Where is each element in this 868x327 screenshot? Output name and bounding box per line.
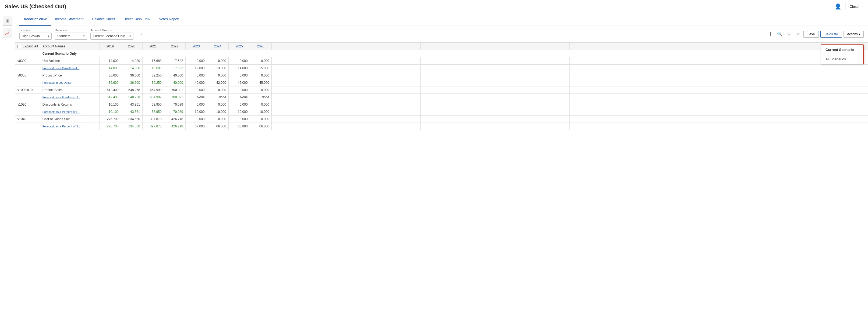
title-bar: Sales US (Checked Out) 👤 Close (0, 0, 868, 13)
filter-icon-button[interactable]: ▽ (785, 30, 793, 38)
account-discounts: Discounts & Returns (40, 101, 99, 108)
scenario-arrow-icon: ▾ (48, 34, 49, 38)
col-header-id: Expand All (16, 43, 40, 50)
table-row-forecast: Forecast: in US Dollar 36.600 36.600 39.… (16, 79, 868, 86)
dropdown-item-current-scenario[interactable]: Current Scenario (821, 45, 863, 54)
actions-dropdown: Current Scenario All Scenarios (821, 45, 864, 64)
section-header-title: Current Scenario Only (40, 50, 868, 57)
row-id-v0305: v0305 (16, 72, 40, 79)
account-groups-select[interactable]: Current Scenario Only ▾ (90, 33, 133, 39)
forecast-link-v1000: Forecast: as a Freeform: U... (40, 94, 99, 101)
scenario-value: High Growth (22, 34, 40, 38)
val-v0300-2023: 0.000 (185, 57, 207, 65)
content-area: Account View Income Statement Balance Sh… (15, 13, 868, 326)
account-cogs: Cost of Goods Sold (40, 115, 99, 123)
tab-bar: Account View Income Statement Balance Sh… (15, 13, 868, 26)
account-unit-volume: Unit Volume (40, 57, 99, 65)
account-product-sales: Product Sales (40, 86, 99, 94)
table-row-forecast: Forecast: as a Percent of F... 10.100 43… (16, 108, 868, 115)
forecast-link-v1040: Forecast: as a Percent of S... (40, 123, 99, 130)
year-link-2023[interactable]: 2023 (193, 45, 200, 48)
row-id-v1000: v1000:010 (16, 86, 40, 94)
page-title: Sales US (Checked Out) (5, 3, 66, 10)
close-button[interactable]: Close (845, 3, 863, 10)
dataview-select[interactable]: Standard ▾ (55, 33, 87, 39)
toolbar-right: ℹ 🔍 ▽ ☆ Save Calculate Actions ▾ Current… (767, 30, 864, 38)
forecast-link-v1020: Forecast: as a Percent of F... (40, 108, 99, 115)
val-v0300-2026: 0.000 (250, 57, 271, 65)
main-layout: ⊞ 📈 Account View Income Statement Balanc… (0, 13, 868, 326)
expand-all-checkbox[interactable] (18, 45, 21, 48)
dataview-arrow-icon: ▾ (83, 34, 85, 38)
scenario-group: Scenario High Growth ▾ (19, 29, 52, 39)
title-bar-right: 👤 Close (834, 3, 863, 10)
col-header-extra3 (570, 43, 719, 50)
table-row: v1000:010 Product Sales 512.400 548.268 … (16, 86, 868, 94)
account-groups-value: Current Scenario Only (93, 34, 125, 38)
navigate-arrow-button[interactable]: → (137, 30, 144, 38)
section-header-row: Current Scenario Only (16, 50, 868, 57)
year-link-2024[interactable]: 2024 (214, 45, 221, 48)
user-icon: 👤 (834, 3, 842, 10)
table-row-forecast: Forecast: as a Freeform: U... 512.400 54… (16, 94, 868, 101)
val-v0300-2019: 14.000 (99, 57, 121, 65)
row-id-v0300: v0300 (16, 57, 40, 65)
col-header-account: Account Names (40, 43, 99, 50)
col-header-2024: 2024 (207, 43, 228, 50)
col-header-extra1 (271, 43, 421, 50)
table-area: Expand All Account Names 2019 2020 2021 … (15, 43, 868, 130)
tab-notes-report[interactable]: Notes Report (154, 13, 184, 26)
val-v0300-2024: 0.000 (207, 57, 228, 65)
chart-icon[interactable]: 📈 (3, 28, 12, 37)
tab-income-statement[interactable]: Income Statement (51, 13, 88, 26)
forecast-link-v0305: Forecast: in US Dollar (40, 79, 99, 86)
grid-icon[interactable]: ⊞ (3, 16, 12, 26)
table-row: v1040 Cost of Goods Sold 276.700 334.560… (16, 115, 868, 123)
account-product-price: Product Price (40, 72, 99, 79)
account-groups-arrow-icon: ▾ (129, 34, 131, 38)
info-icon-button[interactable]: ℹ (767, 30, 774, 38)
dataview-value: Standard (57, 34, 70, 38)
col-header-2023: 2023 (185, 43, 207, 50)
year-link-2025[interactable]: 2025 (236, 45, 243, 48)
search-icon-button[interactable]: 🔍 (776, 30, 783, 38)
col-header-extra2 (421, 43, 570, 50)
col-header-2020: 2020 (121, 43, 142, 50)
forecast-link-v0300: Forecast: as a Growth Rat... (40, 65, 99, 72)
scenario-select[interactable]: High Growth ▾ (19, 33, 52, 39)
dataview-group: Dataview Standard ▾ (55, 29, 87, 39)
expand-all-container: Expand All (18, 45, 38, 48)
scenario-label: Scenario (19, 29, 52, 32)
account-groups-label: Account Groups (90, 29, 133, 32)
dropdown-item-all-scenarios[interactable]: All Scenarios (821, 54, 863, 64)
col-header-2026: 2026 (250, 43, 271, 50)
calculate-button[interactable]: Calculate (820, 31, 842, 38)
tab-account-view[interactable]: Account View (19, 13, 51, 26)
tab-balance-sheet[interactable]: Balance Sheet (88, 13, 119, 26)
col-header-2025: 2025 (228, 43, 250, 50)
account-groups-group: Account Groups Current Scenario Only ▾ (90, 29, 133, 39)
table-row: v1020 Discounts & Returns 10.100 43.861 … (16, 101, 868, 108)
expand-all-label: Expand All (23, 45, 38, 48)
col-header-2022: 2022 (164, 43, 185, 50)
section-header-id (16, 50, 40, 57)
val-v0300-2025: 0.000 (228, 57, 250, 65)
sidebar: ⊞ 📈 (0, 13, 15, 326)
data-table: Expand All Account Names 2019 2020 2021 … (15, 43, 868, 130)
val-v0300-2022: 17.522 (164, 57, 185, 65)
val-v0300-2021: 16.688 (142, 57, 164, 65)
table-header-row: Expand All Account Names 2019 2020 2021 … (16, 43, 868, 50)
table-row-forecast: Forecast: as a Percent of S... 276.700 3… (16, 123, 868, 130)
toolbar: Scenario High Growth ▾ Dataview Standard… (15, 26, 868, 43)
col-header-2019: 2019 (99, 43, 121, 50)
row-id-v1040: v1040 (16, 115, 40, 123)
row-id-v1020: v1020 (16, 101, 40, 108)
save-button[interactable]: Save (803, 31, 819, 38)
actions-button[interactable]: Actions ▾ (843, 31, 864, 38)
tab-direct-cash-flow[interactable]: Direct Cash Flow (119, 13, 154, 26)
star-icon-button[interactable]: ☆ (794, 30, 802, 38)
table-row-forecast: Forecast: as a Growth Rat... 14.000 14.9… (16, 65, 868, 72)
dataview-label: Dataview (55, 29, 87, 32)
table-row: v0300 Unit Volume 14.000 14.980 16.688 1… (16, 57, 868, 65)
year-link-2026[interactable]: 2026 (257, 45, 265, 48)
